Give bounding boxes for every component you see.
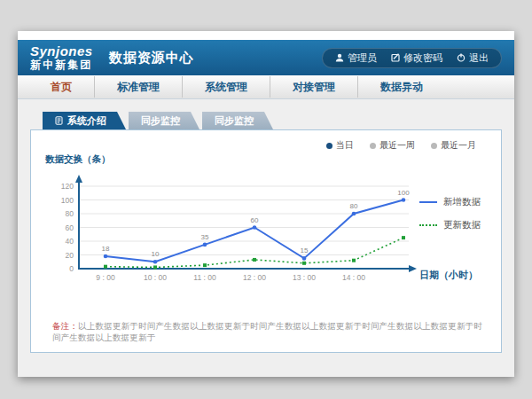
- page-title: 数据资源中心: [109, 50, 194, 66]
- legend-item-0: 新增数据: [419, 196, 490, 208]
- footnote-prefix: 备注：: [52, 321, 78, 331]
- legend-line-sample: [419, 224, 437, 226]
- footnote: 备注：以上数据更新于时间产生数据以上数据更新于时间产生数据以上数据更新于时间产生…: [31, 320, 501, 344]
- current-user[interactable]: 管理员: [335, 51, 377, 65]
- chart-block: 数据交换（条） 0204060801001209 : 0010 : 0011 :…: [31, 130, 501, 299]
- legend-label: 更新数据: [443, 219, 481, 231]
- filter-radio-2[interactable]: 最近一月: [431, 139, 476, 152]
- desktop-background: Synjones 新中新集团 数据资源中心 管理员 修改密码 退出 首页标准: [0, 0, 532, 399]
- data-point-label: 18: [102, 245, 110, 253]
- y-tick-label: 40: [66, 237, 74, 246]
- data-point: [153, 265, 157, 269]
- data-point-label: 100: [397, 189, 410, 197]
- chart-legend-column: 新增数据更新数据 日期（小时）: [419, 153, 490, 299]
- y-tick-label: 0: [69, 264, 74, 273]
- radio-dot-icon: [431, 143, 437, 149]
- content-area: 系统介绍同步监控同步监控 当日最近一周最近一月 数据交换（条） 02040608…: [18, 99, 514, 377]
- change-password-label: 修改密码: [403, 51, 442, 65]
- data-point: [253, 258, 256, 262]
- y-tick-label: 120: [61, 182, 74, 191]
- app-window: Synjones 新中新集团 数据资源中心 管理员 修改密码 退出 首页标准: [18, 31, 514, 377]
- line-chart: 0204060801001209 : 0010 : 0011 : 0012 : …: [43, 169, 419, 295]
- data-point: [402, 236, 405, 239]
- legend-label: 新增数据: [443, 196, 481, 208]
- legend-line-sample: [419, 201, 437, 203]
- company-logo[interactable]: Synjones 新中新集团: [30, 44, 93, 71]
- y-axis-arrow: [75, 175, 82, 183]
- series-legend: 新增数据更新数据: [419, 196, 490, 231]
- tab-0[interactable]: 系统介绍: [43, 112, 126, 129]
- data-point: [302, 256, 307, 261]
- edit-icon: [391, 53, 400, 62]
- data-point: [104, 254, 108, 259]
- top-strip: [18, 31, 514, 40]
- data-point: [402, 198, 406, 202]
- nav-item-对接管理[interactable]: 对接管理: [270, 76, 358, 98]
- tab-label: 同步监控: [215, 114, 254, 128]
- tab-1[interactable]: 同步监控: [129, 112, 200, 129]
- nav-item-首页[interactable]: 首页: [28, 76, 95, 98]
- data-point-label: 60: [251, 216, 259, 224]
- tab-label: 同步监控: [141, 114, 180, 128]
- x-tick-label: 13 : 00: [293, 273, 316, 282]
- y-axis-title: 数据交换（条）: [45, 153, 419, 166]
- x-axis-title: 日期（小时）: [419, 269, 478, 282]
- tab-bar: 系统介绍同步监控同步监控: [30, 112, 502, 129]
- data-point-label: 80: [350, 202, 358, 210]
- data-point: [203, 263, 207, 267]
- chart-plot-area: 数据交换（条） 0204060801001209 : 0010 : 0011 :…: [43, 153, 419, 299]
- footnote-text: 以上数据更新于时间产生数据以上数据更新于时间产生数据以上数据更新于时间产生数据以…: [52, 321, 482, 342]
- x-tick-label: 14 : 00: [342, 273, 365, 282]
- tab-label: 系统介绍: [67, 114, 106, 128]
- document-icon: [55, 116, 63, 125]
- data-point: [352, 259, 356, 262]
- data-point: [352, 212, 356, 216]
- radio-dot-icon: [370, 143, 376, 149]
- power-icon: [457, 53, 466, 62]
- y-tick-label: 60: [66, 223, 74, 232]
- time-range-filters: 当日最近一周最近一月: [326, 139, 476, 152]
- x-tick-label: 12 : 00: [243, 273, 266, 282]
- data-point-label: 10: [152, 250, 160, 258]
- filter-radio-0[interactable]: 当日: [326, 139, 354, 152]
- filter-label: 最近一周: [379, 139, 415, 152]
- nav-item-标准管理[interactable]: 标准管理: [95, 76, 183, 98]
- nav-item-数据异动[interactable]: 数据异动: [358, 76, 445, 98]
- x-tick-label: 9 : 00: [96, 273, 115, 282]
- series-line-0: [106, 200, 403, 262]
- logout-button[interactable]: 退出: [457, 51, 489, 65]
- series-line-1: [106, 238, 403, 267]
- nav-item-系统管理[interactable]: 系统管理: [183, 76, 270, 98]
- x-axis-arrow: [409, 265, 417, 272]
- user-icon: [335, 53, 344, 62]
- data-point-label: 15: [301, 246, 309, 254]
- y-tick-label: 20: [66, 251, 74, 260]
- main-nav: 首页标准管理系统管理对接管理数据异动: [18, 75, 514, 99]
- x-tick-label: 11 : 00: [193, 273, 216, 282]
- filter-label: 最近一月: [441, 139, 476, 152]
- logout-label: 退出: [469, 51, 489, 65]
- radio-dot-icon: [326, 143, 332, 149]
- logo-latin: Synjones: [30, 44, 93, 59]
- legend-item-1: 更新数据: [419, 219, 490, 231]
- data-point: [153, 260, 158, 264]
- y-tick-label: 80: [66, 209, 74, 218]
- chart-panel: 当日最近一周最近一月 数据交换（条） 0204060801001209 : 00…: [30, 129, 502, 353]
- app-header: Synjones 新中新集团 数据资源中心 管理员 修改密码 退出: [18, 40, 514, 75]
- filter-radio-1[interactable]: 最近一周: [370, 139, 415, 152]
- x-tick-label: 10 : 00: [144, 273, 167, 282]
- data-point: [253, 225, 257, 230]
- y-tick-label: 100: [61, 196, 74, 205]
- data-point: [203, 243, 207, 247]
- tab-2[interactable]: 同步监控: [202, 112, 273, 129]
- filter-label: 当日: [336, 139, 354, 152]
- user-toolbar: 管理员 修改密码 退出: [322, 48, 502, 68]
- change-password-button[interactable]: 修改密码: [391, 51, 442, 65]
- user-name-label: 管理员: [348, 51, 377, 65]
- data-point: [104, 265, 107, 269]
- logo-chinese: 新中新集团: [30, 59, 93, 71]
- data-point: [302, 262, 306, 265]
- data-point-label: 35: [201, 233, 209, 241]
